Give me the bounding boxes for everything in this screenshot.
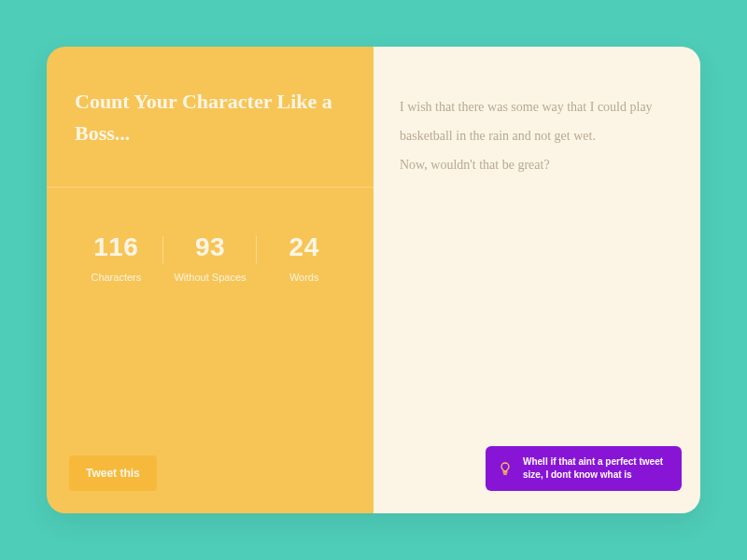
stat-words: 24 Words [257,232,351,283]
stat-words-value: 24 [257,232,351,262]
stat-characters-label: Characters [69,272,163,283]
right-panel: I wish that there was some way that I co… [374,47,700,513]
header: Count Your Character Like a Boss... [47,47,374,188]
left-panel: Count Your Character Like a Boss... 116 … [47,47,374,513]
lightbulb-icon [497,460,514,477]
character-counter-card: Count Your Character Like a Boss... 116 … [47,47,700,513]
stat-characters: 116 Characters [69,232,163,283]
tip-text: Whell if that aint a perfect tweet size,… [523,455,669,482]
stat-without-spaces-label: Without Spaces [163,272,258,283]
stats-row: 116 Characters 93 Without Spaces 24 Word… [47,188,374,283]
stat-without-spaces: 93 Without Spaces [163,232,258,283]
text-input[interactable]: I wish that there was some way that I co… [400,93,674,491]
stat-characters-value: 116 [69,232,163,262]
tweet-button[interactable]: Tweet this [69,455,157,491]
stat-without-spaces-value: 93 [163,232,258,262]
stat-words-label: Words [257,272,351,283]
tip-callout: Whell if that aint a perfect tweet size,… [486,446,682,491]
app-title: Count Your Character Like a Boss... [75,86,345,149]
